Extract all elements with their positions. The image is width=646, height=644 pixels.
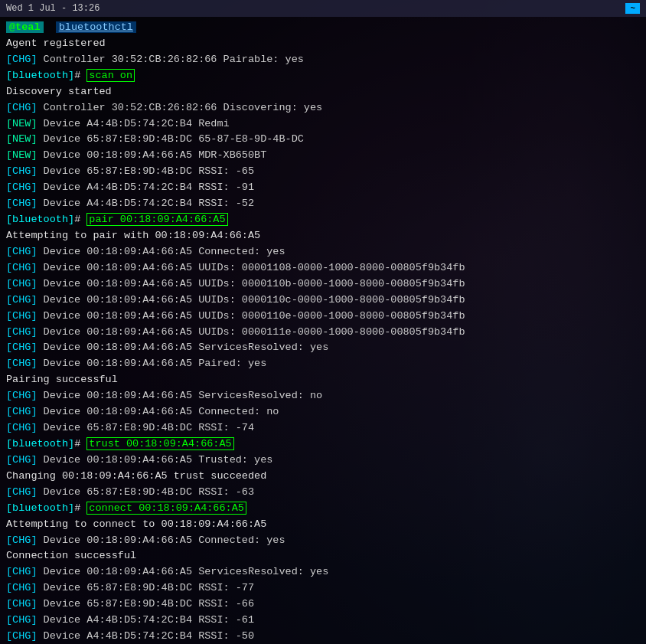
title-bar-left: Wed 1 Jul - 13:26 xyxy=(6,3,100,14)
cmd-connect: connect 00:18:09:A4:66:A5 xyxy=(86,502,246,515)
cmd-pair: pair 00:18:09:A4:66:A5 xyxy=(86,213,227,226)
line-chg-uuid-5: [CHG] Device 00:18:09:A4:66:A5 UUIDs: 00… xyxy=(6,325,640,341)
line-chg-rssi-74: [CHG] Device 65:87:E8:9D:4B:DC RSSI: -74 xyxy=(6,420,640,436)
line-chg-3: [CHG] Device 65:87:E8:9D:4B:DC RSSI: -65 xyxy=(6,164,640,180)
terminal-window: Wed 1 Jul - 13:26 ~ @teal bluetoothctl A… xyxy=(0,0,646,644)
line-bt-prompt-1: [bluetooth]# scan on xyxy=(6,68,640,84)
line-pairing-success: Pairing successful xyxy=(6,372,640,388)
line-bt-prompt-4: [bluetooth]# connect 00:18:09:A4:66:A5 xyxy=(6,501,640,517)
line-discovery: Discovery started xyxy=(6,84,640,100)
line-conn-success: Connection successful xyxy=(6,548,640,564)
line-chg-uuid-1: [CHG] Device 00:18:09:A4:66:A5 UUIDs: 00… xyxy=(6,260,640,276)
line-trust-success: Changing 00:18:09:A4:66:A5 trust succeed… xyxy=(6,469,640,485)
line-attempting-connect: Attempting to connect to 00:18:09:A4:66:… xyxy=(6,517,640,533)
line-chg-2: [CHG] Controller 30:52:CB:26:82:66 Disco… xyxy=(6,100,640,116)
line-chg-rssi-63: [CHG] Device 65:87:E8:9D:4B:DC RSSI: -63 xyxy=(6,485,640,501)
line-new-2: [NEW] Device 65:87:E8:9D:4B:DC 65-87-E8-… xyxy=(6,132,640,148)
cmd-bluetoothctl: bluetoothctl xyxy=(56,21,136,33)
line-chg-svc-yes: [CHG] Device 00:18:09:A4:66:A5 ServicesR… xyxy=(6,340,640,356)
line-bt-prompt-3: [bluetooth]# trust 00:18:09:A4:66:A5 xyxy=(6,436,640,453)
title-bar-right: ~ xyxy=(625,3,640,14)
title-bar: Wed 1 Jul - 13:26 ~ xyxy=(0,0,646,17)
user-badge: @teal xyxy=(6,21,44,33)
line-chg-conn-yes: [CHG] Device 00:18:09:A4:66:A5 Connected… xyxy=(6,244,640,260)
line-attempting-pair: Attempting to pair with 00:18:09:A4:66:A… xyxy=(6,228,640,244)
line-chg-rssi-66: [CHG] Device 65:87:E8:9D:4B:DC RSSI: -66 xyxy=(6,597,640,613)
line-chg-4: [CHG] Device A4:4B:D5:74:2C:B4 RSSI: -91 xyxy=(6,180,640,196)
line-chg-rssi-77a: [CHG] Device 65:87:E8:9D:4B:DC RSSI: -77 xyxy=(6,580,640,597)
line-chg-paired: [CHG] Device 00:18:09:A4:66:A5 Paired: y… xyxy=(6,356,640,372)
line-chg-1: [CHG] Controller 30:52:CB:26:82:66 Paira… xyxy=(6,52,640,68)
line-chg-5: [CHG] Device A4:4B:D5:74:2C:B4 RSSI: -52 xyxy=(6,196,640,212)
line-agent: Agent registered xyxy=(6,36,640,52)
line-bt-prompt-2: [bluetooth]# pair 00:18:09:A4:66:A5 xyxy=(6,212,640,228)
line-chg-uuid-2: [CHG] Device 00:18:09:A4:66:A5 UUIDs: 00… xyxy=(6,276,640,293)
cmd-trust: trust 00:18:09:A4:66:A5 xyxy=(86,437,233,450)
line-chg-svc-yes-2: [CHG] Device 00:18:09:A4:66:A5 ServicesR… xyxy=(6,564,640,580)
line-chg-uuid-3: [CHG] Device 00:18:09:A4:66:A5 UUIDs: 00… xyxy=(6,293,640,309)
line-new-1: [NEW] Device A4:4B:D5:74:2C:B4 Redmi xyxy=(6,116,640,132)
line-chg-rssi-61: [CHG] Device A4:4B:D5:74:2C:B4 RSSI: -61 xyxy=(6,613,640,629)
line-1: @teal bluetoothctl xyxy=(6,20,640,36)
line-chg-conn-yes-2: [CHG] Device 00:18:09:A4:66:A5 Connected… xyxy=(6,533,640,549)
line-chg-svc-no: [CHG] Device 00:18:09:A4:66:A5 ServicesR… xyxy=(6,388,640,404)
terminal-content[interactable]: @teal bluetoothctl Agent registered [CHG… xyxy=(0,17,646,644)
line-chg-rssi-50: [CHG] Device A4:4B:D5:74:2C:B4 RSSI: -50 xyxy=(6,629,640,644)
cmd-scan-on: scan on xyxy=(86,69,135,82)
line-chg-conn-no: [CHG] Device 00:18:09:A4:66:A5 Connected… xyxy=(6,404,640,420)
line-chg-trusted: [CHG] Device 00:18:09:A4:66:A5 Trusted: … xyxy=(6,453,640,469)
title-date: Wed 1 Jul - 13:26 xyxy=(6,3,100,14)
line-chg-uuid-4: [CHG] Device 00:18:09:A4:66:A5 UUIDs: 00… xyxy=(6,309,640,325)
line-new-3: [NEW] Device 00:18:09:A4:66:A5 MDR-XB650… xyxy=(6,148,640,164)
